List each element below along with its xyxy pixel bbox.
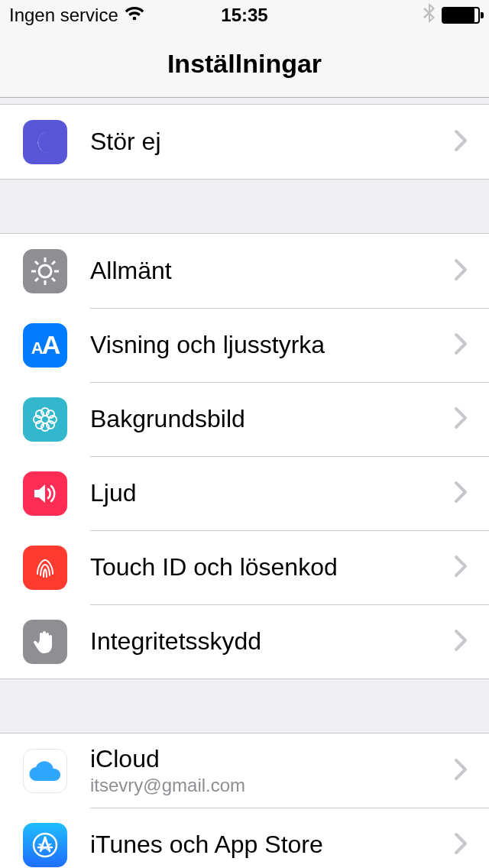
row-sounds[interactable]: Ljud [0,456,489,530]
chevron-right-icon [454,629,468,655]
svg-line-5 [35,261,38,264]
wifi-icon [125,5,144,26]
svg-line-6 [52,278,55,281]
row-privacy[interactable]: Integritetsskydd [0,604,489,679]
carrier-text: Ingen service [9,5,118,26]
text-size-icon: AA [23,323,67,368]
row-label: Touch ID och lösenkod [90,553,454,581]
row-itunes-appstore[interactable]: iTunes och App Store [0,808,489,868]
svg-point-0 [39,265,51,277]
row-label: Visning och ljusstyrka [90,331,454,359]
speaker-icon [23,471,67,516]
chevron-right-icon [454,555,468,581]
svg-line-8 [52,261,55,264]
page-title: Inställningar [167,49,322,79]
cloud-icon [23,749,67,793]
hand-icon [23,620,67,664]
row-general[interactable]: Allmänt [0,234,489,308]
chevron-right-icon [454,481,468,507]
bluetooth-icon [423,3,436,28]
chevron-right-icon [454,406,468,432]
group-accounts: iCloud itsevry@gmail.com iTunes och App … [0,733,489,868]
row-label: Stör ej [90,128,454,156]
appstore-icon [23,823,67,867]
row-display-brightness[interactable]: AA Visning och ljusstyrka [0,308,489,382]
chevron-right-icon [454,129,468,155]
group-dnd: Stör ej [0,104,489,180]
chevron-right-icon [454,258,468,284]
group-general: Allmänt AA Visning och ljusstyrka Bakgru… [0,233,489,679]
chevron-right-icon [454,832,468,858]
flower-icon [23,397,67,442]
row-icloud[interactable]: iCloud itsevry@gmail.com [0,734,489,808]
row-label: iCloud [90,745,454,773]
row-touch-id-passcode[interactable]: Touch ID och lösenkod [0,530,489,604]
row-subtitle: itsevry@gmail.com [90,775,454,796]
row-do-not-disturb[interactable]: Stör ej [0,105,489,179]
row-label: Ljud [90,479,454,507]
nav-header: Inställningar [0,31,489,98]
gear-icon [23,249,67,293]
row-label: Integritetsskydd [90,627,454,656]
row-label: Allmänt [90,257,454,285]
row-label: iTunes och App Store [90,831,454,859]
row-label: Bakgrundsbild [90,405,454,433]
status-bar: Ingen service 15:35 [0,0,489,31]
row-wallpaper[interactable]: Bakgrundsbild [0,382,489,456]
svg-line-7 [35,278,38,281]
chevron-right-icon [454,332,468,358]
battery-icon [442,7,480,24]
moon-icon [23,120,67,164]
chevron-right-icon [454,758,468,784]
fingerprint-icon [23,546,67,590]
